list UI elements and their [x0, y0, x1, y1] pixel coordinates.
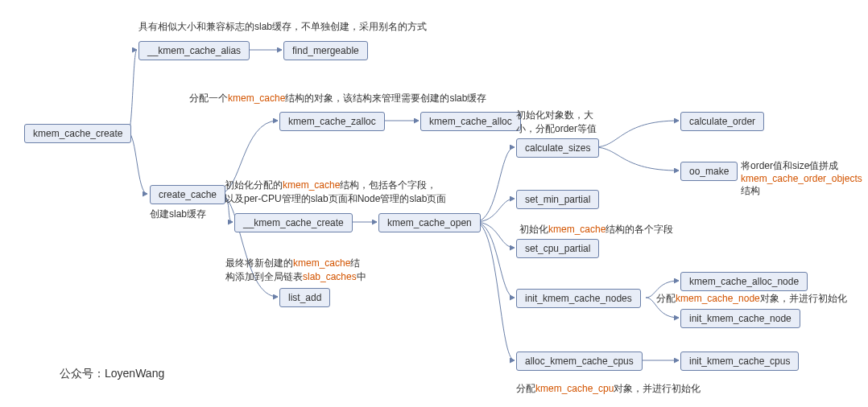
node-cache-open: kmem_cache_open [378, 213, 481, 232]
node-calc-order: calculate_order [680, 112, 764, 131]
node-create-cache: create_cache [150, 185, 225, 204]
node-set-min-partial: set_min_partial [516, 190, 599, 209]
annot-set-cpu: 初始化kmem_cache结构的各个字段 [519, 223, 673, 236]
annot-alloc-cpus: 分配kmem_cache_cpu对象，并进行初始化 [516, 382, 701, 396]
node-init-nodes: init_kmem_cache_nodes [516, 289, 641, 308]
node-alloc: kmem_cache_alloc [420, 112, 521, 131]
node-find-mergeable: find_mergeable [283, 41, 368, 60]
annot-oo-make: 将order值和size值拼成 kmem_cache_order_objects… [741, 159, 868, 198]
node-cache-create: __kmem_cache_create [234, 213, 353, 232]
node-zalloc: kmem_cache_zalloc [279, 112, 385, 131]
node-set-cpu-partial: set_cpu_partial [516, 239, 599, 258]
footer-text: 公众号：LoyenWang [60, 367, 164, 381]
node-root: kmem_cache_create [24, 124, 131, 143]
annot-init-nodes: 分配kmem_cache_node对象，并进行初始化 [656, 292, 847, 306]
annot-list-add: 最终将新创建的kmem_cache结 构添加到全局链表slab_caches中 [225, 257, 411, 284]
node-oo-make: oo_make [680, 162, 738, 181]
node-list-add: list_add [279, 288, 330, 307]
annot-alias: 具有相似大小和兼容标志的slab缓存，不单独创建，采用别名的方式 [138, 20, 427, 34]
annot-create-cache: 创建slab缓存 [150, 208, 206, 221]
annot-cache-create: 初始化分配的kmem_cache结构，包括各个字段， 以及per-CPU管理的s… [225, 179, 498, 206]
node-alloc-cpus: alloc_kmem_cache_cpus [516, 352, 643, 371]
annot-zalloc: 分配一个kmem_cache结构的对象，该结构来管理需要创建的slab缓存 [189, 92, 486, 105]
node-init-node: init_kmem_cache_node [680, 309, 800, 328]
node-alias: __kmem_cache_alias [138, 41, 250, 60]
node-alloc-node: kmem_cache_alloc_node [680, 272, 808, 291]
annot-calc-sizes: 初始化对象数，大 小，分配order等值 [516, 109, 629, 136]
node-calc-sizes: calculate_sizes [516, 138, 599, 158]
node-init-cpus: init_kmem_cache_cpus [680, 352, 799, 371]
